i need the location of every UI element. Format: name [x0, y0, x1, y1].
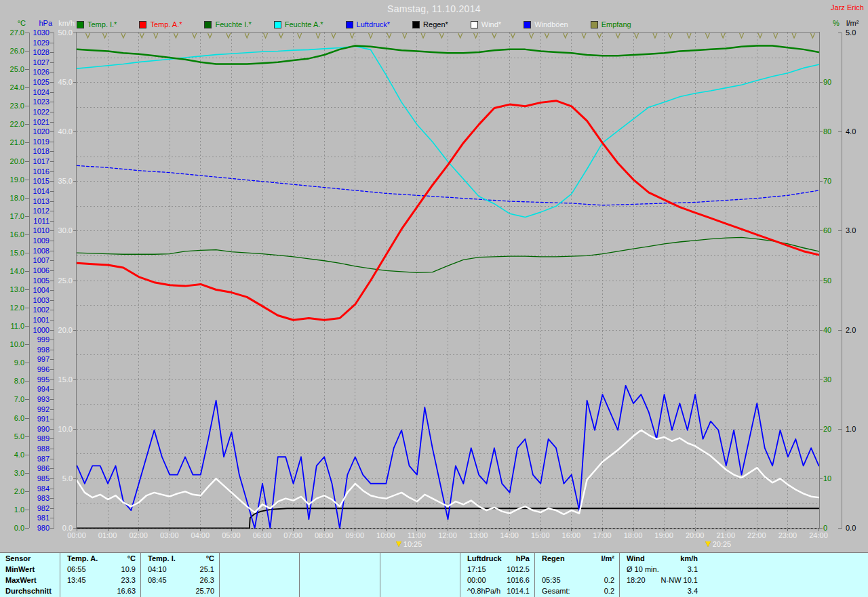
celsius-tick-label: 20.0	[4, 158, 24, 165]
celsius-tick-label: 18.0	[4, 194, 24, 202]
table-cell-value: 25.70	[195, 585, 214, 596]
table-cell-value: 10.9	[121, 564, 136, 575]
hpa-tick-label: 998	[30, 346, 50, 354]
table-cell-time: 18:20	[627, 575, 646, 585]
event-marker-time: 10:25	[403, 540, 422, 548]
time-tick-label: 20:00	[680, 531, 710, 539]
hpa-tick-label: 1030	[30, 29, 50, 37]
time-tick-mark	[633, 529, 634, 531]
celsius-tick-label: 9.0	[4, 359, 24, 367]
time-tick-label: 13:00	[464, 531, 494, 539]
legend-item-feuchtea: Feuchte A.*	[274, 20, 323, 28]
chart-legend: Temp. I.*Temp. A.*Feuchte I.*Feuchte A.*…	[77, 20, 631, 29]
hpa-tick-label: 1007	[30, 257, 50, 264]
percent-tick-label: 80	[823, 128, 840, 136]
legend-label: Feuchte A.*	[285, 20, 323, 28]
time-tick-mark	[386, 529, 387, 531]
hpa-tick-label: 987	[30, 455, 50, 463]
hpa-tick-label: 1025	[30, 79, 50, 86]
hpa-tick-label: 1009	[30, 237, 50, 245]
celsius-tick-label: 23.0	[4, 102, 24, 110]
time-tick-label: 15:00	[526, 531, 555, 539]
table-column-tempi: Temp. I.°C04:1025.108:4526.325.70	[140, 553, 219, 597]
legend-item-regen: Regen*	[412, 20, 448, 28]
page-title: Samstag, 11.10.2014	[0, 3, 868, 14]
time-tick-mark	[200, 529, 201, 531]
time-tick-label: 04:00	[185, 531, 215, 539]
time-tick-mark	[77, 529, 77, 531]
hpa-tick-label: 994	[30, 386, 50, 393]
legend-swatch-icon	[77, 21, 84, 28]
time-tick-label: 03:00	[155, 531, 184, 539]
table-sensor-name: Wind	[627, 553, 645, 564]
table-sensor-unit: hPa	[516, 553, 530, 564]
table-row-header: Durchschnitt	[0, 585, 65, 596]
time-tick-label: 12:00	[433, 531, 462, 539]
hpa-tick-label: 1019	[30, 138, 50, 146]
table-column-empty	[219, 553, 299, 597]
table-column-empty	[380, 553, 460, 597]
weather-chart[interactable]	[77, 33, 819, 529]
time-tick-mark	[695, 529, 696, 531]
celsius-tick-label: 21.0	[4, 139, 24, 146]
kmh-tick-label: 20.0	[53, 327, 73, 334]
chart-plot-area[interactable]	[76, 32, 820, 529]
hpa-tick-label: 996	[30, 366, 50, 373]
hpa-tick-label: 1023	[30, 98, 50, 106]
percent-tick-label: 20	[823, 426, 840, 433]
hpa-tick-label: 1013	[30, 198, 50, 205]
hpa-tick-label: 1006	[30, 267, 50, 274]
table-row-header: Sensor	[0, 553, 65, 564]
lm2-tick-label: 0.0	[846, 524, 865, 532]
table-cell-value: 16.63	[117, 585, 136, 596]
table-cell-value: 1012.5	[507, 564, 530, 575]
time-tick-label: 06:00	[248, 531, 277, 539]
hpa-tick-label: 989	[30, 435, 50, 442]
hpa-tick-label: 995	[30, 376, 50, 384]
hpa-tick-label: 993	[30, 396, 50, 403]
hpa-tick-label: 1024	[30, 89, 50, 96]
table-cell-time: ^0.8hPa/h	[467, 585, 500, 596]
table-cell-time: 08:45	[148, 575, 167, 585]
time-tick-mark	[138, 529, 139, 531]
axis-header-percent: %	[833, 19, 840, 27]
hpa-tick-label: 1016	[30, 168, 50, 176]
kmh-tick-label: 45.0	[53, 79, 73, 86]
celsius-tick-label: 26.0	[4, 47, 24, 55]
event-marker: 20:25	[705, 540, 732, 548]
celsius-tick-label: 6.0	[4, 415, 24, 422]
legend-item-empfang: Empfang	[591, 20, 631, 28]
axis-header-hpa: hPa	[30, 19, 52, 27]
hpa-tick-label: 1011	[30, 218, 50, 225]
table-row-header: MaxWert	[0, 575, 65, 585]
time-tick-label: 19:00	[649, 531, 679, 539]
table-column-tempa: Temp. A.°C06:5510.913:4523.316.63	[60, 553, 140, 597]
table-column-empty	[299, 553, 380, 597]
axis-header-celsius: °C	[7, 19, 26, 27]
event-marker-time: 20:25	[713, 540, 732, 548]
legend-item-tempa: Temp. A.*	[139, 20, 182, 28]
time-tick-mark	[479, 529, 479, 531]
celsius-tick-label: 4.0	[4, 451, 24, 459]
time-tick-label: 09:00	[340, 531, 370, 539]
hpa-tick-label: 986	[30, 465, 50, 472]
hpa-tick-label: 1010	[30, 227, 50, 234]
hpa-tick-label: 1014	[30, 188, 50, 195]
time-tick-label: 11:00	[401, 531, 431, 539]
table-cell-value: 0.2	[604, 585, 614, 596]
hpa-tick-label: 1002	[30, 306, 50, 314]
celsius-tick-label: 19.0	[4, 176, 24, 184]
legend-item-tempi: Temp. I.*	[77, 20, 117, 28]
event-marker-icon	[396, 541, 401, 547]
legend-label: Windböen	[534, 20, 568, 28]
table-cell-value: 1014.1	[507, 585, 530, 596]
celsius-tick-label: 0.0	[4, 524, 24, 532]
percent-tick-label: 50	[823, 277, 840, 285]
table-cell-value: 23.3	[121, 575, 136, 585]
hpa-tick-label: 982	[30, 505, 50, 512]
legend-item-windböen: Windböen	[524, 20, 568, 28]
time-tick-label: 21:00	[711, 531, 741, 539]
legend-label: Luftdruck*	[357, 20, 391, 28]
kmh-tick-label: 25.0	[53, 277, 73, 285]
hpa-tick-label: 1028	[30, 49, 50, 56]
